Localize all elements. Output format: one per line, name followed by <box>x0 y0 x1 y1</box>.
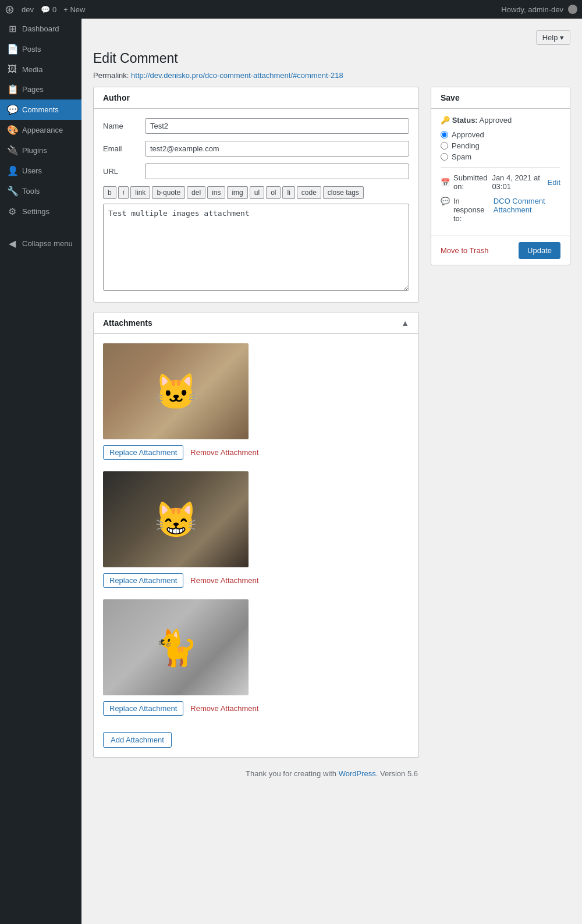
sidebar-collapse-button[interactable]: ◀ Collapse menu <box>0 233 81 254</box>
attachment-actions-1: Replace Attachment Remove Attachment <box>103 445 409 460</box>
attachment-actions-2: Replace Attachment Remove Attachment <box>103 573 409 588</box>
divider-1 <box>441 167 560 168</box>
wordpress-link[interactable]: WordPress <box>339 769 376 778</box>
attachment-item-2: 😸 Replace Attachment Remove Attachment <box>103 471 409 588</box>
calendar-icon: 📅 <box>441 178 450 187</box>
cat2-face-icon: 😸 <box>154 499 198 540</box>
status-icon: 🔑 <box>441 116 450 125</box>
radio-spam[interactable]: Spam <box>441 152 560 161</box>
name-label: Name <box>103 122 138 130</box>
email-label: Email <box>103 144 138 153</box>
sidebar-item-tools[interactable]: 🔧 Tools <box>0 181 81 201</box>
comment-textarea[interactable]: Test multiple images attachment <box>103 204 409 291</box>
update-button[interactable]: Update <box>519 242 560 259</box>
toolbar-bquote[interactable]: b-quote <box>152 186 185 199</box>
toolbar-ul[interactable]: ul <box>250 186 264 199</box>
plus-icon: + <box>63 5 68 14</box>
save-actions: Move to Trash Update <box>431 236 570 265</box>
toolbar-ol[interactable]: ol <box>266 186 281 199</box>
sidebar: ⊞ Dashboard 📄 Posts 🖼 Media 📋 Pages 💬 Co… <box>0 19 81 924</box>
sidebar-item-users[interactable]: 👤 Users <box>0 161 81 181</box>
url-input[interactable] <box>145 164 409 179</box>
attachments-header: Attachments ▲ <box>93 312 419 334</box>
toolbar-del[interactable]: del <box>187 186 205 199</box>
howdy-text: Howdy, admin-dev <box>501 5 563 14</box>
toolbar-bold[interactable]: b <box>103 186 116 199</box>
response-label: In response to: <box>453 197 490 223</box>
tools-icon: 🔧 <box>7 186 17 197</box>
permalink: Permalink: http://dev.denisko.pro/dco-co… <box>93 71 570 80</box>
attachment-actions-3: Replace Attachment Remove Attachment <box>103 701 409 716</box>
help-bar: Help ▾ <box>93 30 570 45</box>
remove-attachment-3-button[interactable]: Remove Attachment <box>190 704 258 713</box>
main-content: Help ▾ Edit Comment Permalink: http://de… <box>81 19 582 924</box>
sidebar-item-appearance[interactable]: 🎨 Appearance <box>0 120 81 140</box>
remove-attachment-2-button[interactable]: Remove Attachment <box>190 576 258 585</box>
permalink-link[interactable]: http://dev.denisko.pro/dco-comment-attac… <box>131 71 343 80</box>
toolbar-ins[interactable]: ins <box>207 186 225 199</box>
sidebar-item-plugins[interactable]: 🔌 Plugins <box>0 140 81 161</box>
url-label: URL <box>103 167 138 176</box>
trash-button[interactable]: Move to Trash <box>441 246 488 255</box>
sidebar-item-pages[interactable]: 📋 Pages <box>0 79 81 99</box>
name-row: Name <box>103 118 409 134</box>
sidebar-item-comments[interactable]: 💬 Comments <box>0 99 81 120</box>
attachment-image-2: 😸 <box>103 471 249 567</box>
edit-link[interactable]: Edit <box>548 178 560 187</box>
save-card: Save 🔑 Status: Approved Approved <box>431 87 570 265</box>
sidebar-item-posts[interactable]: 📄 Posts <box>0 39 81 59</box>
add-attachment-button[interactable]: Add Attachment <box>103 732 172 748</box>
attachments-section: Attachments ▲ 🐱 Replace Attachment Remov… <box>93 312 419 758</box>
sidebar-item-dashboard[interactable]: ⊞ Dashboard <box>0 19 81 39</box>
replace-attachment-2-button[interactable]: Replace Attachment <box>103 573 183 588</box>
toolbar-link[interactable]: link <box>130 186 150 199</box>
attachment-image-1: 🐱 <box>103 343 249 439</box>
main-panel: Author Name Email URL <box>93 87 419 758</box>
radio-group: Approved Pending Spam <box>441 130 560 161</box>
submitted-value: Jan 4, 2021 at 03:01 <box>492 173 544 191</box>
sidebar-item-media[interactable]: 🖼 Media <box>0 59 81 79</box>
comments-badge[interactable]: 💬 0 <box>41 5 56 14</box>
toolbar-li[interactable]: li <box>282 186 294 199</box>
avatar <box>568 5 577 14</box>
radio-approved[interactable]: Approved <box>441 130 560 139</box>
settings-icon: ⚙ <box>7 206 17 217</box>
sidebar-item-settings[interactable]: ⚙ Settings <box>0 201 81 222</box>
plugins-icon: 🔌 <box>7 145 17 156</box>
appearance-icon: 🎨 <box>7 125 17 136</box>
page-title: Edit Comment <box>93 51 570 66</box>
url-row: URL <box>103 164 409 179</box>
replace-attachment-1-button[interactable]: Replace Attachment <box>103 445 183 460</box>
admin-bar: ⊛ dev 💬 0 + New Howdy, admin-dev <box>0 0 582 19</box>
radio-pending[interactable]: Pending <box>441 141 560 150</box>
save-card-header: Save <box>431 87 570 109</box>
author-card: Author Name Email URL <box>93 87 419 303</box>
collapse-icon: ◀ <box>7 238 17 249</box>
attachments-collapse-icon[interactable]: ▲ <box>401 318 409 328</box>
remove-attachment-1-button[interactable]: Remove Attachment <box>190 448 258 457</box>
posts-icon: 📄 <box>7 44 17 55</box>
response-link[interactable]: DCO Comment Attachment <box>494 197 560 214</box>
help-button[interactable]: Help ▾ <box>536 30 570 45</box>
toolbar-img[interactable]: img <box>227 186 247 199</box>
comments-icon: 💬 <box>7 104 17 115</box>
email-input[interactable] <box>145 141 409 157</box>
toolbar-italic[interactable]: i <box>118 186 129 199</box>
dashboard-icon: ⊞ <box>7 23 17 34</box>
attachments-body: 🐱 Replace Attachment Remove Attachment 😸 <box>93 334 419 758</box>
author-card-header: Author <box>94 87 418 109</box>
footer-text: Thank you for creating with <box>246 769 336 778</box>
attachments-title: Attachments <box>103 318 152 328</box>
comments-count: 0 <box>52 5 56 14</box>
response-row: 💬 In response to: DCO Comment Attachment <box>441 197 560 223</box>
site-name[interactable]: dev <box>22 5 34 14</box>
name-input[interactable] <box>145 118 409 134</box>
toolbar-code[interactable]: code <box>297 186 321 199</box>
replace-attachment-3-button[interactable]: Replace Attachment <box>103 701 183 716</box>
toolbar-close-tags[interactable]: close tags <box>323 186 364 199</box>
pages-icon: 📋 <box>7 84 17 95</box>
media-icon: 🖼 <box>7 64 17 74</box>
users-icon: 👤 <box>7 165 17 176</box>
new-link[interactable]: + New <box>63 5 85 14</box>
version-text: Version 5.6 <box>380 769 418 778</box>
